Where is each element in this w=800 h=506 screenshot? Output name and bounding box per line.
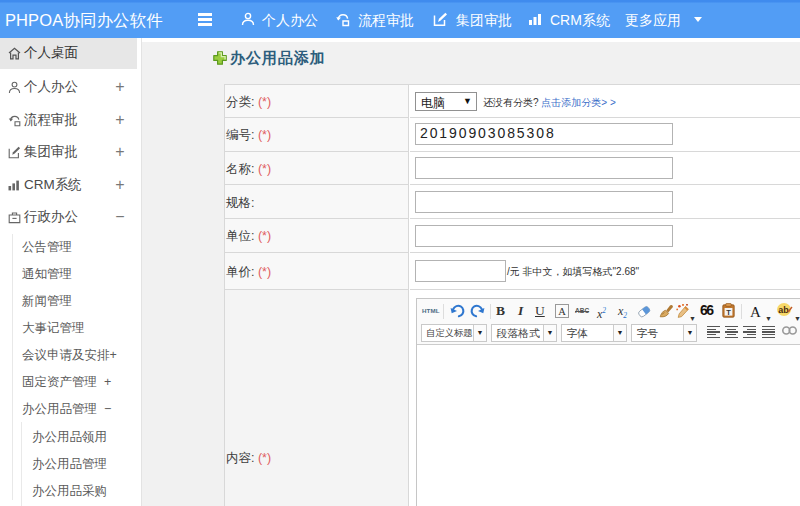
svg-text:T: T: [726, 308, 731, 317]
svg-text:ab: ab: [778, 305, 789, 315]
